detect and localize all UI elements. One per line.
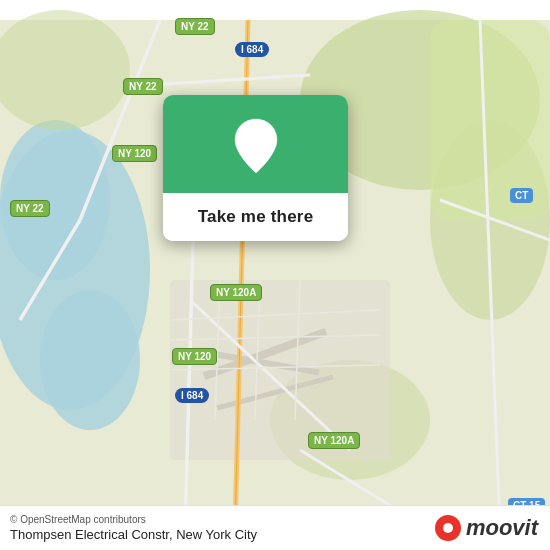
osm-attribution: © OpenStreetMap contributors xyxy=(10,514,257,525)
take-me-there-button[interactable]: Take me there xyxy=(163,193,348,241)
popup-header xyxy=(163,95,348,193)
road-label-i684-lower: I 684 xyxy=(175,388,209,403)
bottom-bar-left: © OpenStreetMap contributors Thompsen El… xyxy=(10,514,257,542)
map-container: NY 22 NY 22 NY 22 NY 120 NY 120A NY 120 … xyxy=(0,0,550,550)
svg-point-3 xyxy=(40,290,140,430)
road-label-i684-top: I 684 xyxy=(235,42,269,57)
bottom-bar: © OpenStreetMap contributors Thompsen El… xyxy=(0,505,550,550)
location-popup: Take me there xyxy=(163,95,348,241)
road-label-ny120-lower: NY 120 xyxy=(172,348,217,365)
road-label-ny22-left: NY 22 xyxy=(10,200,50,217)
road-label-ny120: NY 120 xyxy=(112,145,157,162)
moovit-dot xyxy=(435,515,461,541)
road-label-ny120a-lower: NY 120A xyxy=(308,432,360,449)
moovit-logo: moovit xyxy=(435,515,538,541)
road-label-ct: CT xyxy=(510,188,533,203)
road-label-ny22-mid: NY 22 xyxy=(123,78,163,95)
place-name: Thompsen Electrical Constr, New York Cit… xyxy=(10,527,257,542)
map-background xyxy=(0,0,550,550)
road-label-ny22-top: NY 22 xyxy=(175,18,215,35)
road-label-ny120a-mid: NY 120A xyxy=(210,284,262,301)
location-pin-icon xyxy=(232,117,280,175)
moovit-dot-inner xyxy=(443,523,453,533)
moovit-text: moovit xyxy=(466,515,538,541)
